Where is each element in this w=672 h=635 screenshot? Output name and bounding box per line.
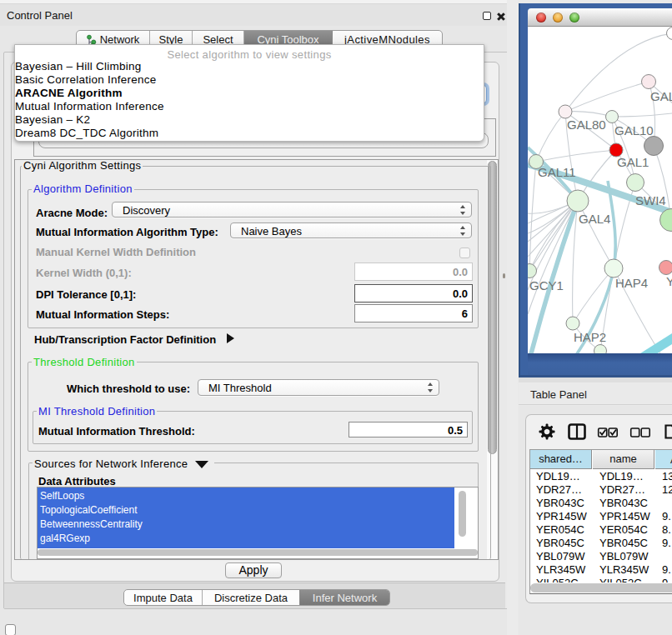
svg-text:GCY1: GCY1 <box>529 278 564 292</box>
svg-text:HAP2: HAP2 <box>574 330 606 344</box>
svg-text:HAP4: HAP4 <box>615 276 648 290</box>
svg-text:GAL10: GAL10 <box>614 123 654 138</box>
svg-text:SWI4: SWI4 <box>635 193 666 208</box>
svg-text:GAL: GAL <box>650 89 672 103</box>
svg-text:GAL11: GAL11 <box>538 165 576 179</box>
svg-text:Y: Y <box>666 274 672 288</box>
svg-text:GAL1: GAL1 <box>617 155 649 169</box>
svg-text:GAL4: GAL4 <box>579 212 610 226</box>
svg-text:GAL80: GAL80 <box>567 118 606 132</box>
